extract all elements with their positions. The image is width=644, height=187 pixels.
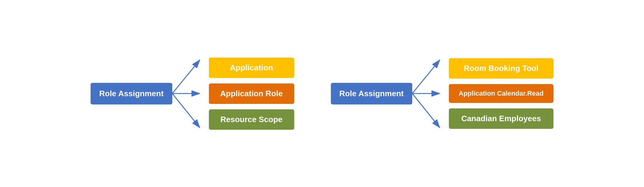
diagram2-arrows xyxy=(412,48,449,139)
diagram2-target-calendar-read: Application Calendar.Read xyxy=(449,84,553,103)
svg-line-2 xyxy=(172,94,200,128)
diagram1-arrows xyxy=(172,48,209,139)
diagrams-container: Role Assignment Application Application … xyxy=(0,0,644,187)
svg-line-6 xyxy=(412,94,440,128)
diagram1-target-application: Application xyxy=(209,58,294,78)
diagram2-target-room-booking: Room Booking Tool xyxy=(449,58,553,79)
diagram1-target-application-role: Application Role xyxy=(209,83,294,104)
diagram1-targets: Application Application Role Resource Sc… xyxy=(209,58,294,130)
diagram2-targets: Room Booking Tool Application Calendar.R… xyxy=(449,58,553,129)
diagram2-source: Role Assignment xyxy=(331,83,412,104)
diagram1-source: Role Assignment xyxy=(91,83,172,104)
diagram-1: Role Assignment Application Application … xyxy=(91,48,294,139)
svg-line-4 xyxy=(412,60,440,94)
diagram2-target-canadian-employees: Canadian Employees xyxy=(449,108,553,129)
diagram1-target-resource-scope: Resource Scope xyxy=(209,109,294,130)
svg-line-0 xyxy=(172,60,200,94)
diagram-2: Role Assignment Room Booking Tool Applic… xyxy=(331,48,553,139)
